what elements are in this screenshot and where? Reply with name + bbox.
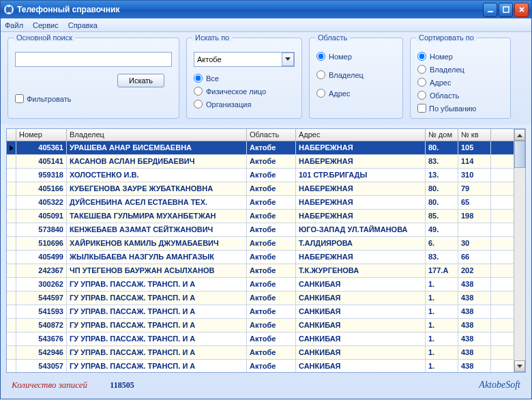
table-row[interactable]: 242367ЧП УТЕГЕНОВ БАУРЖАН АСЫЛХАНОВАктоб… [7,264,514,278]
cell-number: 242367 [16,264,67,277]
table-row[interactable]: 543057ГУ УПРАВ. ПАССАЖ. ТРАНСП. И ААктоб… [7,360,514,372]
close-button[interactable] [514,3,529,17]
table-row[interactable]: 405091ТАКЕШЕВА ГУЛЬМИРА МУХАНБЕТЖАНАктоб… [7,210,514,223]
filter-checkbox-row[interactable]: Фильтровать [15,94,172,103]
row-pointer [7,292,16,304]
table-row[interactable]: 405166КУБЕГЕНОВА ЗАУРЕ ЖУБАТКАНОВНААктоб… [7,182,514,196]
row-pointer [7,210,16,223]
cell-address: НАБЕРЕЖНАЯ [296,210,426,223]
search-input[interactable] [15,52,172,67]
minimize-button[interactable] [483,3,497,17]
row-pointer [7,237,16,250]
table-row[interactable]: 405141КАСАНОВ АСЛАН БЕРДИБАЕВИЧАктобеНАБ… [7,155,514,169]
cell-owner: ГУ УПРАВ. ПАССАЖ. ТРАНСП. И А [67,360,247,372]
table-row[interactable]: 540872ГУ УПРАВ. ПАССАЖ. ТРАНСП. И ААктоб… [7,319,514,332]
cell-owner: ЖЫЛКЫБАЕВА НАЗГУЛЬ АМАНГАЗЫК [67,251,247,264]
sort-desc-checkbox[interactable] [417,104,426,113]
table-row[interactable]: 510696ХАЙРИКЕНОВ КАМИЛЬ ДЖУМАБАЕВИЧАктоб… [7,237,514,251]
cell-owner: ГУ УПРАВ. ПАССАЖ. ТРАНСП. И А [67,278,247,291]
col-owner[interactable]: Владелец [67,129,247,141]
table-row[interactable]: 541593ГУ УПРАВ. ПАССАЖ. ТРАНСП. И ААктоб… [7,305,514,319]
group-search-by: Искать по Все Физическое лицо Организаци… [186,38,302,119]
radio-address[interactable]: Адрес [316,89,396,98]
filter-checkbox[interactable] [15,94,24,103]
col-region[interactable]: Область [247,129,296,141]
scroll-track[interactable] [514,141,525,360]
row-pointer [7,182,16,195]
table-row[interactable]: 544597ГУ УПРАВ. ПАССАЖ. ТРАНСП. И ААктоб… [7,292,514,305]
chevron-down-icon[interactable] [282,53,294,66]
table-row[interactable]: 543676ГУ УПРАВ. ПАССАЖ. ТРАНСП. И ААктоб… [7,332,514,346]
cell-region: Актобе [247,182,296,195]
col-house[interactable]: № дом [426,129,458,141]
cell-number: 405141 [16,155,67,168]
menu-help[interactable]: Справка [68,21,98,29]
scroll-thumb[interactable] [514,141,525,168]
cell-house: 1. [426,278,458,291]
cell-number: 544597 [16,292,67,304]
col-number[interactable]: Номер [16,129,67,141]
row-pointer [7,141,16,154]
maximize-button[interactable] [499,3,513,17]
table-row[interactable]: 405499ЖЫЛКЫБАЕВА НАЗГУЛЬ АМАНГАЗЫКАктобе… [7,251,514,264]
radio-person[interactable]: Физическое лицо [194,87,295,96]
pointer-icon [10,145,14,151]
svg-rect-1 [488,11,493,12]
menu-service[interactable]: Сервис [33,21,59,29]
cell-number: 543676 [16,332,67,345]
row-pointer [7,169,16,182]
table-row[interactable]: 405361УРАШЕВА АНАР БИСЕМБАЕВНААктобеНАБЕ… [7,141,514,155]
data-table: Номер Владелец Область Адрес № дом № кв … [6,128,526,373]
cell-owner: КАСАНОВ АСЛАН БЕРДИБАЕВИЧ [67,155,247,168]
cell-owner: ХОЛОСТЕНКО И.В. [67,169,247,182]
table-row[interactable]: 959318ХОЛОСТЕНКО И.В.Актобе101 СТР.БРИГА… [7,169,514,182]
cell-number: 542946 [16,346,67,359]
table-row[interactable]: 300262ГУ УПРАВ. ПАССАЖ. ТРАНСП. И ААктоб… [7,278,514,292]
scroll-up-icon[interactable] [514,129,525,141]
cell-region: Актобе [247,264,296,277]
vertical-scrollbar[interactable] [514,129,525,372]
cell-apt: 438 [458,278,491,291]
sort-number[interactable]: Номер [417,52,503,61]
sort-region[interactable]: Область [417,91,503,100]
cell-region: Актобе [247,155,296,168]
cell-house: 1. [426,346,458,359]
table-row[interactable]: 573840КЕНЖЕБАЕВ АЗАМАТ СЕЙТЖАНОВИЧАктобе… [7,223,514,237]
cell-address: САНКИБАЯ [296,346,426,359]
cell-region: Актобе [247,196,296,209]
cell-owner: ГУ УПРАВ. ПАССАЖ. ТРАНСП. И А [67,319,247,332]
sort-address[interactable]: Адрес [417,78,503,87]
cell-house: 49. [426,223,458,236]
cell-apt: 438 [458,332,491,345]
cell-apt: 30 [458,237,491,250]
cell-region: Актобе [247,319,296,332]
cell-region: Актобе [247,292,296,304]
cell-owner: ГУ УПРАВ. ПАССАЖ. ТРАНСП. И А [67,346,247,359]
sort-owner[interactable]: Владелец [417,65,503,74]
menu-file[interactable]: Файл [5,21,23,29]
col-selector[interactable] [7,129,16,141]
region-select[interactable] [194,52,295,67]
table-header: Номер Владелец Область Адрес № дом № кв [7,129,514,141]
col-apt[interactable]: № кв [458,129,491,141]
cell-apt: 65 [458,196,491,209]
cell-address: НАБЕРЕЖНАЯ [296,141,426,154]
scroll-down-icon[interactable] [514,360,525,372]
radio-number[interactable]: Номер [316,52,396,61]
cell-region: Актобе [247,346,296,359]
sort-desc-row[interactable]: По убыванию [417,104,503,113]
row-pointer [7,251,16,264]
table-row[interactable]: 405322ДУЙСЕНБИНА АСЕЛ ЕСТАЕВНА ТЕХ.Актоб… [7,196,514,210]
radio-all[interactable]: Все [194,74,295,83]
radio-owner[interactable]: Владелец [316,70,396,79]
radio-org[interactable]: Организация [194,100,295,109]
cell-owner: ЧП УТЕГЕНОВ БАУРЖАН АСЫЛХАНОВ [67,264,247,277]
search-button[interactable]: Искать [117,74,164,87]
cell-address: САНКИБАЯ [296,360,426,372]
cell-owner: КУБЕГЕНОВА ЗАУРЕ ЖУБАТКАНОВНА [67,182,247,195]
cell-address: 101 СТР.БРИГАДЫ [296,169,426,182]
filter-panel: Основной поиск Искать Фильтровать Искать… [1,32,531,124]
titlebar: Телефонный справочник [1,1,531,18]
col-address[interactable]: Адрес [296,129,426,141]
table-row[interactable]: 542946ГУ УПРАВ. ПАССАЖ. ТРАНСП. И ААктоб… [7,346,514,360]
